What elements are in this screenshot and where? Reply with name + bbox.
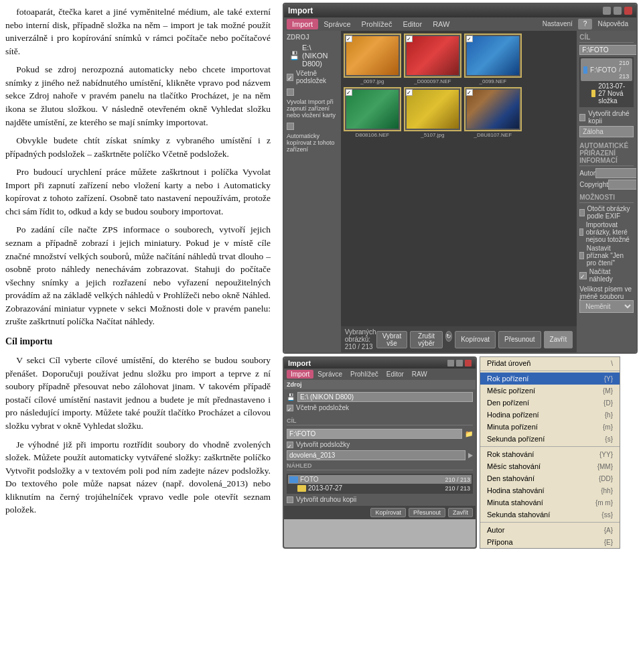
folder-item-foto[interactable]: F:\FOTO 210 / 213 <box>581 58 632 81</box>
thumb-img-4 <box>346 90 399 129</box>
source-drive-item[interactable]: 💾 E:\ (NIKON D800) <box>287 42 338 69</box>
thumb-checkbox-1[interactable]: ✓ <box>346 36 352 42</box>
sm-source-value[interactable]: E:\ (NIKON D800) <box>297 392 473 402</box>
unique-checkbox[interactable] <box>579 228 583 236</box>
sm-druha-kopie-checkbox[interactable] <box>287 496 293 503</box>
druha-kopie-checkbox[interactable] <box>579 114 585 121</box>
checkbox-subfolders[interactable]: Včetně podsložek <box>287 70 338 84</box>
ctx-rok-porizeni[interactable]: Rok pořízení {Y} <box>480 373 620 385</box>
sm-menu-import[interactable]: Import <box>287 370 313 379</box>
sm-minimize-btn[interactable] <box>447 360 454 366</box>
zaloha-field[interactable]: Záloha <box>579 126 634 137</box>
section-title: Cíl importu <box>5 335 271 348</box>
menu-napoveda[interactable]: Nápověda <box>592 19 634 29</box>
autor-input[interactable] <box>595 168 636 178</box>
center-footer: Vybraných obrázků: 210 / 213 Vybrat vše … <box>341 326 577 352</box>
ctx-minuta-porizeni[interactable]: Minuta pořízení {m} <box>480 421 620 433</box>
menu-item-import[interactable]: Import <box>287 19 318 29</box>
menu-help-num[interactable]: ? <box>578 19 593 29</box>
checkbox-subfolders-box[interactable] <box>287 74 293 81</box>
sm-menu-spravce[interactable]: Správce <box>313 370 346 379</box>
velikost-select[interactable]: Neměnit <box>579 300 634 313</box>
close-button[interactable]: Zavřít <box>544 331 573 348</box>
cil-input[interactable] <box>579 45 636 55</box>
sm-folder-date[interactable]: 2013-07-27 210 / 213 <box>288 484 472 492</box>
ctx-hodina-porizeni[interactable]: Hodina pořízení {h} <box>480 409 620 421</box>
checkbox-auto-kopie-label: Automaticky kopírovat z tohoto zařízení <box>287 133 338 153</box>
sm-maximize-btn[interactable] <box>456 360 463 366</box>
ctx-hodina-stahovani[interactable]: Hodina stahování {hh} <box>480 484 620 496</box>
copy-button[interactable]: Kopírovat <box>455 331 496 348</box>
menu-item-editor[interactable]: Editor <box>397 19 427 29</box>
bottom-section: Import Import Správce Prohlížeč Editor R… <box>283 356 640 549</box>
deselect-all-button[interactable]: Zrušit výběr <box>410 331 443 348</box>
sm-cil-value[interactable]: F:\FOTO <box>287 429 462 439</box>
menu-item-spravce[interactable]: Správce <box>318 19 356 29</box>
checkbox-vyvolat[interactable]: Vyvolat Import při zapnutí zařízení nebo… <box>287 88 338 119</box>
thumb-5[interactable]: ✓ _5107.jpg <box>404 87 461 138</box>
thumb-6[interactable]: ✓ _D8U8107.NEF <box>464 87 522 138</box>
sm-druha-kopie-row[interactable]: Vytvořit druhou kopii <box>287 496 473 503</box>
sm-menu-editor[interactable]: Editor <box>382 370 408 379</box>
ctx-pridat-uroven[interactable]: Přidat úroveň \ <box>480 357 620 369</box>
sm-cil-browse-btn[interactable]: 📁 <box>465 430 473 438</box>
select-all-button[interactable]: Vybrat vše <box>376 331 408 348</box>
checkbox-auto-kopie[interactable]: Automaticky kopírovat z tohoto zařízení <box>287 123 338 153</box>
sm-subfolder-input[interactable] <box>287 450 466 460</box>
readonly-checkbox[interactable] <box>579 252 584 259</box>
druha-kopie-row[interactable]: Vytvořit druhé kopii <box>579 110 634 125</box>
ctx-rok-stahovani[interactable]: Rok stahování {YY} <box>480 448 620 460</box>
copyright-input[interactable] <box>608 180 636 190</box>
thumb-2[interactable]: ✓ _D000097.NEF <box>404 33 461 84</box>
minimize-btn[interactable] <box>603 7 611 15</box>
ctx-den-stahovani[interactable]: Den stahování {DD} <box>480 472 620 484</box>
thumb-checkbox-4[interactable]: ✓ <box>346 89 352 96</box>
sm-close-btn2[interactable]: Zavřít <box>448 508 473 517</box>
thumb-1[interactable]: ✓ _0097.jpg <box>344 33 401 84</box>
sm-body: 💾 E:\ (NIKON D800) Včetně podsložek Cíl … <box>284 389 476 506</box>
menu-item-prohlizec[interactable]: Prohlížeč <box>356 19 398 29</box>
ctx-sekunda-stahovani[interactable]: Sekunda stahování {ss} <box>480 509 620 521</box>
thumb-label-4: D808106.NEF <box>344 132 401 138</box>
folder-item-new[interactable]: 2013-07-27 Nová složka <box>581 81 632 106</box>
thumb-checkbox-5[interactable]: ✓ <box>406 89 413 96</box>
nahled-checkbox[interactable] <box>579 272 587 279</box>
exif-checkbox[interactable] <box>579 209 584 216</box>
sm-subfolders-row[interactable]: Včetně podsložek <box>287 404 473 411</box>
exif-row[interactable]: Otočit obrázky podle EXIF <box>579 205 634 220</box>
checkbox-auto-kopie-box[interactable] <box>287 123 294 130</box>
close-btn[interactable] <box>624 7 632 15</box>
thumb-3[interactable]: ✓ _0099.NEF <box>464 33 522 84</box>
ctx-mesic-porizeni[interactable]: Měsíc pořízení {M} <box>480 385 620 397</box>
refresh-icon[interactable]: ↻ <box>445 331 452 342</box>
maximize-btn[interactable] <box>614 7 622 15</box>
ctx-rok-porizeni-shortcut: {Y} <box>604 375 613 383</box>
sm-create-checkbox[interactable] <box>287 442 293 448</box>
readonly-row[interactable]: Nastavit příznak "Jen pro čtení" <box>579 245 634 267</box>
thumb-checkbox-6[interactable]: ✓ <box>466 89 473 96</box>
nahled-row[interactable]: Načítat náhledy <box>579 268 634 283</box>
ctx-mesic-stahovani[interactable]: Měsíc stahování {MM} <box>480 460 620 472</box>
thumb-checkbox-3[interactable]: ✓ <box>466 36 473 42</box>
ctx-pripona[interactable]: Přípona {E} <box>480 536 620 548</box>
ctx-den-porizeni[interactable]: Den pořízení {D} <box>480 397 620 409</box>
thumb-4[interactable]: ✓ D808106.NEF <box>344 87 401 138</box>
ctx-sekunda-porizeni[interactable]: Sekunda pořízení {s} <box>480 433 620 445</box>
menu-item-raw[interactable]: RAW <box>427 19 455 29</box>
sm-close-btn[interactable] <box>465 360 472 366</box>
sm-move-btn[interactable]: Přesunout <box>409 508 445 517</box>
ctx-minuta-stahovani[interactable]: Minuta stahování {m m} <box>480 496 620 509</box>
checkbox-vyvolat-box[interactable] <box>287 88 294 96</box>
sm-create-subfolders-row[interactable]: Vytvořit podsložky <box>287 441 473 448</box>
ctx-autor[interactable]: Autor {A} <box>480 524 620 536</box>
menu-nastaveni[interactable]: Nastavení <box>537 19 578 29</box>
sm-subfolder-triangle[interactable] <box>468 453 473 458</box>
move-button[interactable]: Přesunout <box>498 331 541 348</box>
sm-folder-foto[interactable]: FOTO 210 / 213 <box>288 475 472 484</box>
sm-menu-raw[interactable]: RAW <box>408 370 431 379</box>
sm-subfolders-checkbox[interactable] <box>287 405 293 411</box>
unique-row[interactable]: Importovat obrázky, které nejsou totožné <box>579 221 634 243</box>
thumb-checkbox-2[interactable]: ✓ <box>406 36 413 42</box>
sm-menu-prohlizec[interactable]: Prohlížeč <box>346 370 382 379</box>
sm-copy-btn[interactable]: Kopírovat <box>370 508 406 517</box>
